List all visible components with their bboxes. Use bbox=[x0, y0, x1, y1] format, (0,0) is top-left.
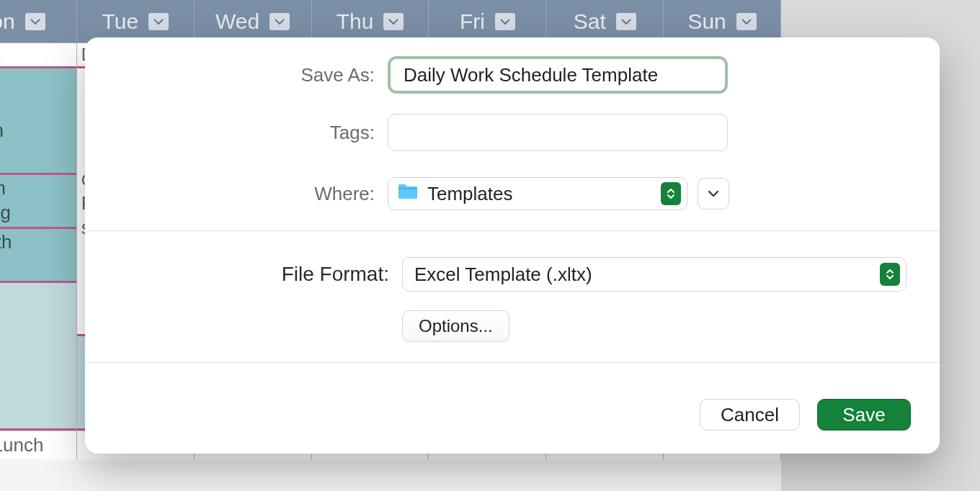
day-label: Fri bbox=[460, 9, 485, 34]
save-dialog: Save As: Tags: Where: Templates bbox=[85, 37, 940, 454]
lunch-cell[interactable]: Lunch bbox=[0, 431, 76, 459]
calendar-col-mon: work ekly oals ck-in ntg team e mtg k wi… bbox=[0, 43, 77, 459]
day-dropdown-icon[interactable] bbox=[495, 13, 515, 30]
tags-label: Tags: bbox=[114, 122, 388, 144]
day-dropdown-icon[interactable] bbox=[148, 13, 169, 30]
day-header-tue: Tue bbox=[77, 0, 195, 42]
svg-rect-0 bbox=[398, 188, 417, 189]
format-label: File Format: bbox=[114, 263, 402, 286]
cancel-button[interactable]: Cancel bbox=[700, 399, 800, 431]
folder-icon bbox=[397, 183, 419, 205]
day-header-fri: Fri bbox=[429, 0, 546, 42]
format-value: Excel Template (.xltx) bbox=[414, 263, 592, 286]
day-label: Sun bbox=[687, 9, 726, 34]
where-value: Templates bbox=[427, 183, 513, 205]
day-dropdown-icon[interactable] bbox=[25, 13, 45, 30]
dialog-footer: Cancel Save bbox=[85, 363, 940, 454]
tags-input[interactable] bbox=[388, 114, 728, 151]
save-as-label: Save As: bbox=[114, 64, 388, 86]
dialog-section-mid: File Format: Excel Template (.xltx) Opti… bbox=[85, 231, 940, 363]
day-dropdown-icon[interactable] bbox=[383, 13, 404, 30]
expand-where-button[interactable] bbox=[698, 178, 729, 210]
where-stepper-icon bbox=[661, 182, 681, 205]
save-as-row: Save As: bbox=[114, 56, 911, 94]
day-dropdown-icon[interactable] bbox=[616, 13, 636, 30]
day-header-wed: Wed bbox=[195, 0, 312, 42]
day-label: Tue bbox=[102, 9, 138, 34]
save-button[interactable]: Save bbox=[817, 399, 911, 431]
event-cell-empty[interactable] bbox=[0, 283, 76, 431]
format-stepper-icon bbox=[880, 263, 900, 286]
format-row: File Format: Excel Template (.xltx) bbox=[114, 257, 911, 292]
event-cell[interactable]: team e mtg bbox=[0, 175, 76, 229]
day-header-mon: on bbox=[0, 0, 77, 42]
save-label: Save bbox=[842, 404, 885, 426]
dialog-section-top: Save As: Tags: Where: Templates bbox=[85, 37, 940, 231]
day-header-thu: Thu bbox=[312, 0, 429, 42]
day-header-sun: Sun bbox=[664, 0, 781, 42]
tags-row: Tags: bbox=[114, 114, 911, 151]
day-label: Wed bbox=[215, 9, 259, 34]
day-label: Thu bbox=[337, 9, 374, 34]
where-select[interactable]: Templates bbox=[388, 177, 687, 210]
calendar-header-row: on Tue Wed Thu Fri bbox=[0, 0, 781, 43]
options-button[interactable]: Options... bbox=[402, 310, 509, 342]
day-header-sat: Sat bbox=[546, 0, 664, 42]
day-dropdown-icon[interactable] bbox=[736, 13, 757, 30]
day-label: Sat bbox=[574, 9, 606, 34]
where-label: Where: bbox=[114, 183, 388, 205]
event-cell[interactable]: ekly oals ck-in ntg bbox=[0, 68, 76, 175]
save-as-input[interactable] bbox=[388, 56, 728, 94]
event-cell[interactable]: work bbox=[0, 43, 76, 68]
day-dropdown-icon[interactable] bbox=[270, 13, 290, 30]
file-format-select[interactable]: Excel Template (.xltx) bbox=[402, 257, 906, 292]
where-row: Where: Templates bbox=[114, 177, 911, 210]
cancel-label: Cancel bbox=[721, 404, 779, 426]
day-label: on bbox=[0, 9, 15, 34]
event-cell[interactable]: k with ggo bbox=[0, 229, 76, 283]
options-label: Options... bbox=[419, 316, 493, 336]
